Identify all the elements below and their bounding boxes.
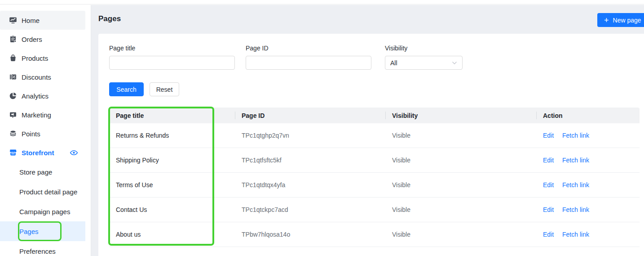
edit-link[interactable]: Edit [543, 206, 554, 213]
edit-link[interactable]: Edit [543, 231, 554, 238]
visibility-field: Visibility All [385, 45, 463, 70]
page-id-field: Page ID [246, 45, 371, 70]
products-icon [9, 54, 17, 62]
table-header: Page title Page ID Visibility Action [109, 108, 640, 123]
search-button[interactable]: Search [109, 82, 144, 96]
top-strip [0, 0, 644, 4]
page-title: Pages [98, 14, 121, 23]
sidebar-subitem-label: Store page [19, 168, 52, 176]
table-row: Terms of Use TPc1qtdtqx4yfa Visible Edit… [109, 173, 640, 198]
app-root: Home Orders Products Discounts Analytics [0, 0, 644, 256]
pages-table-body: Returns & Refunds TPc1qtghp2q7vn Visible… [109, 123, 640, 247]
action-cell: Edit Fetch link [536, 148, 640, 173]
page-title-cell: Contact Us [109, 198, 235, 222]
sidebar-subitem-label: Preferences [19, 247, 56, 255]
page-id-label: Page ID [246, 45, 371, 52]
visibility-select-value: All [390, 59, 397, 67]
fetch-link[interactable]: Fetch link [562, 231, 589, 238]
action-cell: Edit Fetch link [536, 173, 640, 198]
edit-link[interactable]: Edit [543, 157, 554, 164]
sidebar-item-pages[interactable]: Pages [0, 221, 85, 241]
home-icon [9, 16, 17, 24]
sidebar-item-label: Orders [22, 36, 42, 43]
page-id-cell: TPbw7hlqosa14o [235, 222, 385, 247]
page-title-field: Page title [109, 45, 235, 70]
sidebar-item-marketing[interactable]: Marketing [0, 105, 85, 124]
page-id-cell: TPc1qtdtqx4yfa [235, 173, 385, 198]
fetch-link[interactable]: Fetch link [562, 132, 589, 139]
visibility-cell: Visible [385, 123, 536, 148]
new-page-button-label: New page [613, 17, 641, 24]
page-title-cell: Returns & Refunds [109, 123, 235, 148]
page-title-cell: About us [109, 222, 235, 247]
page-title-cell: Shipping Policy [109, 148, 235, 173]
page-title-label: Page title [109, 45, 235, 52]
sidebar-item-label: Storefront [22, 149, 54, 157]
sidebar-item-product-detail-page[interactable]: Product detail page [0, 182, 85, 202]
column-header-page-id: Page ID [235, 108, 385, 123]
page-id-cell: TPc1qtfsftc5kf [235, 148, 385, 173]
page-id-input[interactable] [246, 56, 371, 70]
column-header-visibility: Visibility [385, 108, 536, 123]
sidebar-subitem-label: Campaign pages [19, 208, 70, 216]
marketing-icon [9, 111, 17, 119]
visibility-label: Visibility [385, 45, 463, 52]
discounts-icon [9, 73, 17, 81]
column-header-page-title: Page title [109, 108, 235, 123]
sidebar-item-discounts[interactable]: Discounts [0, 67, 85, 86]
sidebar-item-label: Discounts [22, 73, 51, 81]
visibility-cell: Visible [385, 173, 536, 198]
pages-card: Page title Page ID Visibility All [98, 34, 644, 256]
visibility-select[interactable]: All [385, 56, 463, 70]
edit-link[interactable]: Edit [543, 132, 554, 139]
sidebar-item-orders[interactable]: Orders [0, 30, 85, 49]
sidebar-item-analytics[interactable]: Analytics [0, 86, 85, 105]
page-id-cell: TPc1qtghp2q7vn [235, 123, 385, 148]
sidebar-item-label: Products [22, 54, 48, 62]
fetch-link[interactable]: Fetch link [562, 157, 589, 164]
new-page-button[interactable]: + New page [597, 13, 644, 27]
visibility-cell: Visible [385, 222, 536, 247]
table-row: Shipping Policy TPc1qtfsftc5kf Visible E… [109, 148, 640, 173]
edit-link[interactable]: Edit [543, 181, 554, 189]
eye-icon[interactable] [70, 149, 78, 156]
table-row: About us TPbw7hlqosa14o Visible Edit Fet… [109, 222, 640, 247]
sidebar-item-home[interactable]: Home [0, 11, 85, 30]
filter-actions: Search Reset [109, 82, 644, 96]
sidebar-item-label: Marketing [22, 111, 51, 119]
page-title-cell: Terms of Use [109, 173, 235, 198]
analytics-icon [9, 92, 17, 100]
sidebar-item-storefront[interactable]: Storefront [0, 143, 85, 162]
reset-button[interactable]: Reset [150, 82, 179, 96]
fetch-link[interactable]: Fetch link [562, 206, 589, 213]
sidebar-item-store-page[interactable]: Store page [0, 162, 85, 182]
filter-bar: Page title Page ID Visibility All [109, 45, 644, 70]
sidebar-item-preferences[interactable]: Preferences [0, 241, 85, 256]
visibility-cell: Visible [385, 198, 536, 222]
sidebar-item-label: Analytics [22, 92, 49, 100]
sidebar: Home Orders Products Discounts Analytics [0, 5, 91, 256]
action-cell: Edit Fetch link [536, 222, 640, 247]
pages-table: Page title Page ID Visibility Action Ret… [109, 108, 640, 247]
table-row: Returns & Refunds TPc1qtghp2q7vn Visible… [109, 123, 640, 148]
sidebar-item-label: Points [22, 130, 40, 138]
sidebar-item-products[interactable]: Products [0, 49, 85, 67]
storefront-icon [9, 148, 17, 157]
sidebar-subitem-label: Product detail page [19, 188, 77, 196]
chevron-down-icon [452, 61, 457, 65]
orders-icon [9, 35, 17, 43]
plus-icon: + [604, 16, 609, 24]
page-id-cell: TPc1qtckpc7acd [235, 198, 385, 222]
action-cell: Edit Fetch link [536, 123, 640, 148]
fetch-link[interactable]: Fetch link [562, 181, 589, 189]
main-content: Pages + New page Page title Page ID Visi… [91, 5, 644, 256]
sidebar-item-points[interactable]: Points [0, 124, 85, 143]
sidebar-item-campaign-pages[interactable]: Campaign pages [0, 202, 85, 221]
action-cell: Edit Fetch link [536, 198, 640, 222]
page-title-input[interactable] [109, 56, 235, 70]
sidebar-item-label: Home [22, 17, 40, 24]
visibility-cell: Visible [385, 148, 536, 173]
column-header-action: Action [536, 108, 640, 123]
sidebar-subitem-label: Pages [19, 228, 39, 235]
points-icon [9, 130, 17, 138]
